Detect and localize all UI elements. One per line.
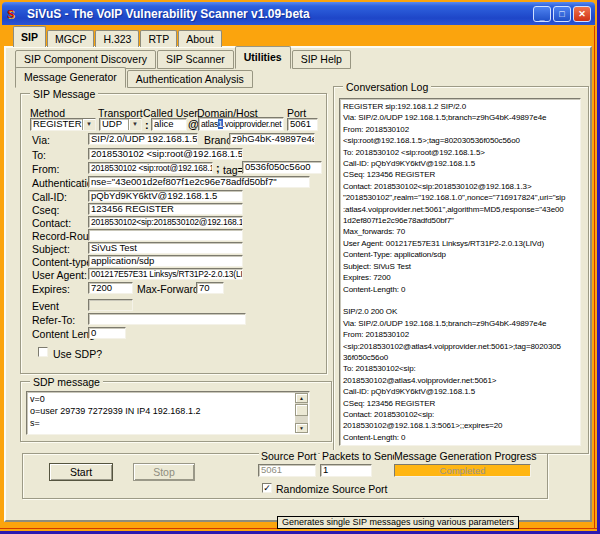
domain-host-input[interactable]: atlas1.voipprovider.net (198, 117, 284, 131)
tab-about[interactable]: About (178, 30, 221, 47)
sdp-message-text: v=0 o=user 29739 7272939 IN IP4 192.168.… (27, 392, 309, 429)
call-id-label: Call-ID: (32, 191, 67, 203)
content-length-input[interactable]: 0 (88, 327, 126, 339)
cseq-label: Cseq: (32, 204, 59, 216)
sdp-scrollbar[interactable]: ▲ ▼ (295, 393, 308, 433)
conversation-log-text: REGISTER sip:192.168.1.2 SIP/2.0 Via: SI… (340, 99, 580, 443)
branch-input[interactable]: z9hG4bK-49897e4e (229, 133, 315, 145)
called-user-input[interactable]: alice (151, 118, 187, 131)
authentication-input[interactable]: nse="43e001d2ef807f1e2c96e78adfd50bf7" (88, 176, 310, 188)
transport-value: UDP (100, 119, 128, 130)
expires-label: Expires: (32, 283, 70, 295)
to-label: To: (32, 149, 46, 161)
tab-sip-scanner[interactable]: SIP Scanner (157, 50, 234, 69)
semicolon-separator: ; (216, 162, 220, 174)
event-label: Event (32, 300, 59, 312)
via-label: Via: (32, 134, 50, 146)
top-tab-bar: SIP MGCP H.323 RTP About (13, 27, 223, 47)
method-select[interactable]: REGISTER ▼ (30, 118, 96, 131)
to-input[interactable]: 2018530102 <sip:root@192.168.1.5> (88, 148, 243, 160)
maximize-button[interactable]: □ (553, 6, 571, 22)
content-type-label: Content-type: (32, 256, 95, 268)
conversation-log-textarea[interactable]: REGISTER sip:192.168.1.2 SIP/2.0 Via: SI… (339, 98, 581, 446)
colon-separator: : (145, 119, 149, 131)
use-sdp-label: Use SDP? (53, 348, 102, 360)
start-button[interactable]: Start (49, 463, 113, 481)
tab-rtp[interactable]: RTP (140, 30, 177, 47)
subject-input[interactable]: SiVuS Test (88, 242, 243, 254)
stop-button: Stop (133, 463, 195, 481)
frame-red-line-right (594, 26, 595, 529)
user-agent-input[interactable]: 001217E57E31 Linksys/RT31P2-2.0.13(LIVd) (88, 268, 243, 280)
close-button[interactable]: ✕ (573, 6, 591, 22)
utilities-tab-bar: Message Generator Authentication Analysi… (15, 69, 254, 88)
app-window: S SiVuS - The VoIP Vulnerability Scanner… (0, 0, 600, 534)
sdp-message-group-title: SDP message (30, 376, 103, 388)
window-controls: _ □ ✕ (533, 6, 595, 22)
app-logo-icon: S (7, 6, 23, 22)
tab-mgcp[interactable]: MGCP (47, 30, 95, 47)
chevron-down-icon[interactable]: ▼ (128, 119, 141, 130)
subject-label: Subject: (32, 243, 70, 255)
message-generation-progress-bar: Completed (394, 464, 531, 477)
max-forwards-input[interactable]: 70 (196, 282, 224, 294)
scroll-up-icon[interactable]: ▲ (295, 393, 308, 403)
event-input (88, 299, 133, 311)
user-agent-label: User Agent: (32, 269, 87, 281)
tab-h323[interactable]: H.323 (95, 30, 139, 47)
contact-label: Contact: (32, 217, 71, 229)
call-id-input[interactable]: pQbYd9KY6ktV@192.168.1.5 (88, 190, 243, 202)
scrollbar-thumb[interactable] (295, 404, 308, 416)
progress-label: Message Generation Progress (394, 450, 531, 462)
from-label: From: (32, 163, 59, 175)
use-sdp-checkbox[interactable] (38, 347, 48, 357)
window-title: SiVuS - The VoIP Vulnerability Scanner v… (27, 7, 310, 21)
packets-to-send-label: Packets to Send (320, 450, 400, 462)
cseq-input[interactable]: 123456 REGISTER (88, 203, 243, 215)
tag-input[interactable]: 0536f050c56o0 (242, 161, 322, 174)
sip-tab-bar: SIP Component Discovery SIP Scanner Util… (15, 48, 352, 69)
minimize-button[interactable]: _ (533, 6, 551, 22)
sip-message-group-title: SIP Message (30, 88, 98, 100)
port-input[interactable]: 5061 (287, 118, 318, 131)
titlebar: S SiVuS - The VoIP Vulnerability Scanner… (2, 2, 595, 25)
tab-message-generator[interactable]: Message Generator (15, 67, 126, 88)
transport-select[interactable]: UDP ▼ (99, 118, 142, 131)
sdp-message-textarea[interactable]: v=0 o=user 29739 7272939 IN IP4 192.168.… (26, 391, 310, 435)
randomize-source-port-checkbox[interactable]: ✓ (262, 483, 272, 493)
source-port-input: 5061 (258, 464, 316, 477)
refer-to-input[interactable] (88, 313, 246, 325)
randomize-source-port-label: Randomize Source Port (276, 483, 387, 495)
status-tooltip: Generates single SIP messages using vari… (277, 516, 519, 529)
via-input[interactable]: SIP/2.0/UDP 192.168.1.5 (88, 133, 198, 145)
contact-input[interactable]: 2018530102<sip:2018530102@192.168.1.3> (88, 216, 243, 228)
tab-authentication-analysis[interactable]: Authentication Analysis (127, 70, 253, 88)
source-port-label: Source Port (259, 450, 318, 462)
conversation-log-title: Conversation Log (343, 81, 431, 93)
refer-to-label: Refer-To: (32, 314, 75, 326)
chevron-down-icon[interactable]: ▼ (82, 119, 95, 130)
method-value: REGISTER (31, 119, 82, 130)
record-route-input[interactable] (88, 229, 243, 241)
expires-input[interactable]: 7200 (88, 282, 133, 294)
tab-sip-help[interactable]: SIP Help (292, 50, 351, 69)
content-type-input[interactable]: application/sdp (88, 255, 243, 267)
tab-utilities[interactable]: Utilities (235, 46, 291, 69)
from-input[interactable]: 2018530102 <sip:root@192.168.1.5> (88, 162, 213, 174)
scroll-down-icon[interactable]: ▼ (295, 423, 308, 433)
packets-to-send-input[interactable]: 1 (320, 464, 372, 477)
tag-label: tag= (223, 164, 244, 176)
tab-sip[interactable]: SIP (13, 26, 46, 47)
